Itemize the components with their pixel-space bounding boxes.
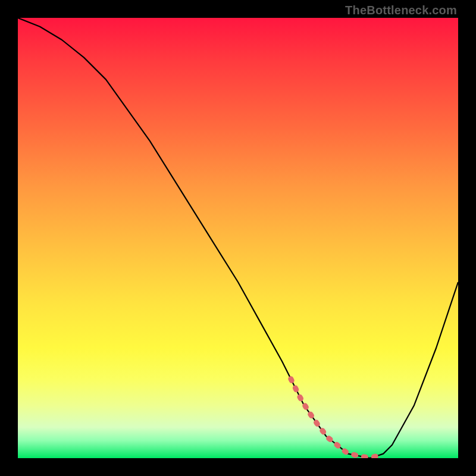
plot-area [18,18,458,458]
chart-frame: TheBottleneck.com [0,0,476,476]
optimal-band [18,18,458,458]
watermark-text: TheBottleneck.com [345,4,457,17]
